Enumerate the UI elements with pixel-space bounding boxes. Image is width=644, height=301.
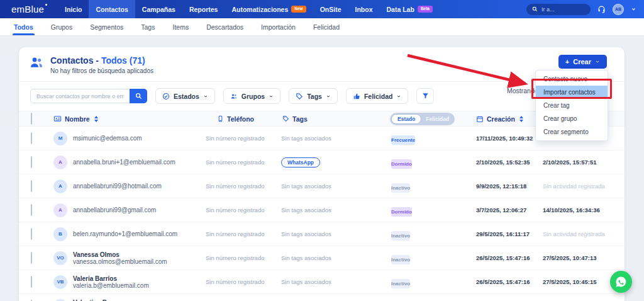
global-search[interactable] xyxy=(526,4,591,15)
subnav-tab-tags[interactable]: Tags xyxy=(132,18,164,35)
subnav-tab-segmentos[interactable]: Segmentos xyxy=(81,18,132,35)
tag-value: WhatsApp xyxy=(281,157,320,168)
column-header-telefono: Teléfono xyxy=(206,115,281,123)
filter-chip-grupos[interactable]: Grupos xyxy=(223,88,280,104)
navbar-right: AB xyxy=(526,4,636,15)
toggle-estado[interactable]: Estado xyxy=(391,114,421,124)
row-checkbox[interactable] xyxy=(31,204,32,216)
estado-felicidad-toggle[interactable]: Estado Felicidad xyxy=(390,113,455,125)
global-search-input[interactable] xyxy=(541,6,585,13)
table-row[interactable]: A annabellabruni99@gmail.com Sin número … xyxy=(19,198,625,222)
row-checkbox[interactable] xyxy=(31,156,32,168)
tag-value: Sin tags asociados xyxy=(281,183,331,190)
plus-icon: + xyxy=(565,58,569,65)
subnav-tab-items[interactable]: Items xyxy=(164,18,197,35)
avatar: A xyxy=(53,156,67,169)
chevron-down-icon xyxy=(203,94,208,99)
last-activity: 2/10/2025, 15:57:51 xyxy=(543,159,625,166)
row-checkbox[interactable] xyxy=(31,180,32,192)
last-activity: 27/5/2025, 10:47:13 xyxy=(543,254,625,261)
sort-creacion[interactable] xyxy=(519,116,523,122)
contact-search-input[interactable] xyxy=(30,89,130,103)
nav-item-inicio[interactable]: Inicio xyxy=(58,0,89,18)
subnav-tab-importacion[interactable]: Importación xyxy=(252,18,304,35)
page-title: Contactos - Todos (71) xyxy=(50,55,153,65)
contact-tags: Sin tags asociados xyxy=(281,207,385,213)
select-all-checkbox[interactable] xyxy=(31,113,32,125)
table-row[interactable]: VB Valeria Barrios valeria.b@embluemail.… xyxy=(19,270,625,294)
row-checkbox[interactable] xyxy=(31,252,32,264)
whatsapp-button[interactable] xyxy=(610,271,632,293)
created-date: 26/5/2025, 15:47:16 xyxy=(476,254,543,261)
last-activity: Sin actividad registrada xyxy=(543,230,625,237)
contact-phone: Sin número registrado xyxy=(206,254,281,261)
chevron-down-icon xyxy=(595,59,600,64)
subnav-tab-descartados[interactable]: Descartados xyxy=(197,18,252,35)
contact-search-button[interactable] xyxy=(130,89,147,103)
contacts-subnav: Todos Grupos Segmentos Tags Items Descar… xyxy=(0,18,644,36)
menu-item-importar-contactos[interactable]: Importar contactos xyxy=(536,86,608,99)
sort-nombre[interactable] xyxy=(94,116,98,122)
avatar: VB xyxy=(53,275,67,289)
nav-item-campanas[interactable]: Campañas xyxy=(135,0,182,18)
menu-item-crear-grupo[interactable]: Crear grupo xyxy=(536,112,608,125)
contact-phone: Sin número registrado xyxy=(206,207,281,213)
status-badge: Frecuente xyxy=(391,135,415,145)
menu-item-crear-tag[interactable]: Crear tag xyxy=(536,99,608,112)
contact-tags: Sin tags asociados xyxy=(281,135,385,142)
avatar: M xyxy=(53,132,67,145)
row-checkbox[interactable] xyxy=(31,132,32,144)
tag-value: Sin tags asociados xyxy=(281,278,331,285)
create-button[interactable]: + Crear xyxy=(558,55,607,69)
filter-chip-tags[interactable]: Tags xyxy=(289,88,338,104)
created-date: 26/5/2025, 15:47:16 xyxy=(476,278,543,285)
toggle-felicidad[interactable]: Felicidad xyxy=(421,115,453,123)
filter-chip-estados[interactable]: Estados xyxy=(155,88,215,104)
table-row[interactable]: VO Vanessa Olmos vanessa.olmos@embluemai… xyxy=(19,246,625,270)
support-headset-icon[interactable] xyxy=(597,5,606,13)
avatar: B xyxy=(53,227,67,241)
avatar: VB xyxy=(53,299,67,301)
status-badge: Dormido xyxy=(391,207,412,217)
contact-name: Valentina Barrera xyxy=(73,299,172,301)
user-avatar[interactable]: AB xyxy=(613,4,624,15)
subnav-tab-felicidad[interactable]: Felicidad xyxy=(304,18,348,35)
user-menu-chevron-icon[interactable] xyxy=(631,6,636,12)
app-screen: emBlue Inicio Contactos Campañas Reporte… xyxy=(0,0,644,301)
row-checkbox[interactable] xyxy=(31,228,32,240)
table-row[interactable]: VB Valentina Barrera valentina.barrera@e… xyxy=(19,294,625,301)
funnel-icon xyxy=(421,92,430,100)
nav-item-contactos[interactable]: Contactos xyxy=(89,0,135,18)
top-navbar: emBlue Inicio Contactos Campañas Reporte… xyxy=(0,0,644,18)
check-circle-icon xyxy=(162,93,170,100)
nav-item-datalab[interactable]: Data LabBeta xyxy=(380,0,440,18)
column-header-nombre[interactable]: Nombre xyxy=(47,115,206,123)
created-date: 3/7/2025, 12:06:27 xyxy=(476,207,543,213)
table-body: M msimunic@edemsa.com Sin número registr… xyxy=(19,127,625,301)
menu-item-contacto-nuevo[interactable]: Contacto nuevo xyxy=(536,72,608,86)
nav-item-automatizaciones[interactable]: AutomatizacionesNew xyxy=(225,0,313,18)
menu-item-crear-segmento[interactable]: Crear segmento xyxy=(536,125,608,139)
new-badge: New xyxy=(291,6,306,13)
showing-label: Mostrando xyxy=(507,87,538,94)
chevron-down-icon xyxy=(396,94,401,99)
column-header-creacion[interactable]: Creación xyxy=(476,115,543,123)
clear-filters-button[interactable] xyxy=(416,88,434,104)
nav-item-onsite[interactable]: OnSite xyxy=(313,0,348,18)
filter-chip-felicidad[interactable]: Felicidad xyxy=(346,88,409,104)
nav-item-inbox[interactable]: Inbox xyxy=(348,0,380,18)
table-row[interactable]: M msimunic@edemsa.com Sin número registr… xyxy=(19,127,625,150)
nav-item-reportes[interactable]: Reportes xyxy=(182,0,225,18)
emblue-logo[interactable]: emBlue xyxy=(11,4,44,14)
contact-search xyxy=(30,89,147,103)
table-row[interactable]: B belen.raymundo+1@embluemail.com Sin nú… xyxy=(19,222,625,246)
contact-email: msimunic@edemsa.com xyxy=(73,135,142,142)
table-row[interactable]: A annabellabruni99@hotmail.com Sin númer… xyxy=(19,174,625,198)
contacts-people-icon xyxy=(29,55,44,72)
created-date: 29/5/2025, 16:11:17 xyxy=(476,230,543,237)
subnav-tab-todos[interactable]: Todos xyxy=(5,18,42,35)
contact-tags: Sin tags asociados xyxy=(281,278,385,285)
table-row[interactable]: A annabella.bruni+1@embluemail.com Sin n… xyxy=(19,150,625,174)
row-checkbox[interactable] xyxy=(31,276,32,288)
subnav-tab-grupos[interactable]: Grupos xyxy=(42,18,81,35)
